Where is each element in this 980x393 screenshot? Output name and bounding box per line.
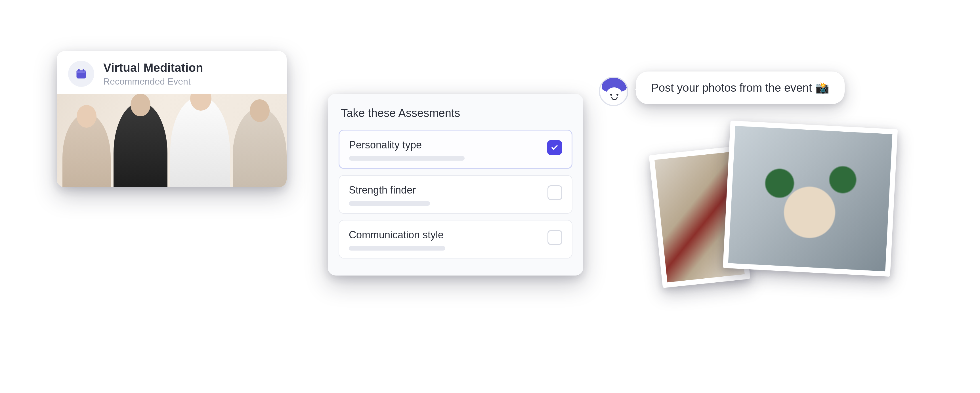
assessment-item-communication[interactable]: Communication style xyxy=(339,220,573,258)
assessment-checkbox[interactable] xyxy=(547,140,562,155)
event-photo-2-image xyxy=(728,126,892,271)
event-card-header: Virtual Meditation Recommended Event xyxy=(57,51,286,94)
assessment-item-strength[interactable]: Strength finder xyxy=(339,175,573,214)
assessment-label: Personality type xyxy=(349,139,541,151)
assessment-placeholder-line xyxy=(349,156,465,161)
assessments-card: Take these Assesments Personality type S… xyxy=(328,94,583,275)
svg-rect-2 xyxy=(78,69,80,72)
assessments-heading: Take these Assesments xyxy=(339,107,573,119)
event-subtitle: Recommended Event xyxy=(103,76,203,87)
assessment-item-text: Strength finder xyxy=(349,184,542,206)
assessment-item-text: Communication style xyxy=(349,229,542,251)
svg-rect-1 xyxy=(76,70,86,73)
assessment-item-text: Personality type xyxy=(349,139,541,161)
event-card[interactable]: Virtual Meditation Recommended Event xyxy=(57,51,286,187)
assessment-placeholder-line xyxy=(349,246,445,251)
prompt-bubble: Post your photos from the event 📸 xyxy=(636,72,845,104)
assessment-checkbox[interactable] xyxy=(547,230,562,245)
assistant-avatar xyxy=(599,76,628,106)
assessment-label: Communication style xyxy=(349,229,542,241)
prompt-text: Post your photos from the event 📸 xyxy=(651,81,829,94)
event-title: Virtual Meditation xyxy=(103,61,203,75)
assessment-placeholder-line xyxy=(349,201,430,206)
assessment-item-personality[interactable]: Personality type xyxy=(339,130,573,169)
event-photo-2[interactable] xyxy=(723,121,898,277)
assessment-checkbox[interactable] xyxy=(547,185,562,200)
assessment-label: Strength finder xyxy=(349,184,542,196)
event-image xyxy=(57,94,286,187)
calendar-icon xyxy=(68,61,94,87)
event-card-titles: Virtual Meditation Recommended Event xyxy=(103,61,203,87)
svg-rect-3 xyxy=(83,69,84,72)
